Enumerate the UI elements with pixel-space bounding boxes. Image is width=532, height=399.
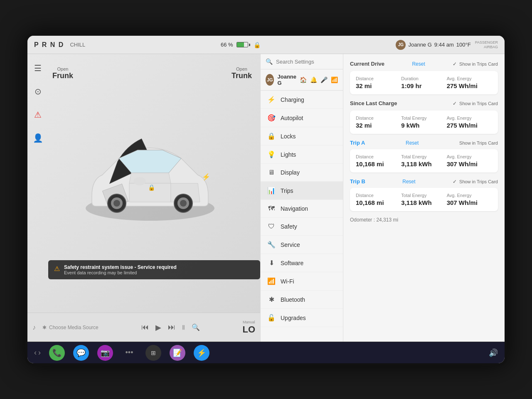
lock-icon: 🔒 (254, 42, 261, 48)
show-trips-a[interactable]: Show in Trips Card (459, 140, 498, 145)
frunk-label[interactable]: Open Frunk (52, 66, 73, 80)
current-drive-card: Distance 32 mi Duration 1:09 hr Avg. Ene… (350, 71, 498, 94)
settings-item-bluetooth[interactable]: ✱ Bluetooth (261, 291, 343, 309)
volume-icon[interactable]: 🔊 (489, 348, 498, 357)
display-icon: 🖥 (267, 169, 276, 176)
settings-item-safety[interactable]: 🛡 Safety (261, 218, 343, 236)
search-input[interactable] (276, 59, 338, 65)
prev-track-button[interactable]: ⏮ (141, 323, 149, 332)
current-drive-reset[interactable]: Reset (412, 61, 425, 67)
current-duration-cell: Duration 1:09 hr (401, 76, 446, 89)
notes-button[interactable]: 📝 (170, 345, 185, 361)
nav-left-arrow[interactable]: ‹ (34, 348, 37, 357)
settings-panel: 🔍 JG Joanne G 🏠 🔔 🎤 📶 (260, 54, 343, 342)
show-trips-b[interactable]: ✓ Show in Trips Card (453, 179, 498, 185)
mic-icon[interactable]: 🎤 (320, 76, 328, 83)
bluetooth-taskbar-button[interactable]: ⚡ (194, 345, 209, 361)
locks-icon: 🔒 (267, 132, 276, 140)
settings-item-upgrades[interactable]: 🔓 Upgrades (261, 309, 343, 327)
settings-item-wifi[interactable]: 📶 Wi-Fi (261, 272, 343, 291)
status-center: 66 % 🔒 (89, 42, 392, 48)
settings-header-icons: 🏠 🔔 🎤 📶 (300, 76, 338, 83)
sidebar-icon-person[interactable]: 👤 (30, 131, 45, 145)
alert-subtitle: Event data recording may be limited (64, 270, 177, 275)
current-drive-title: Current Drive (350, 61, 384, 67)
temperature-display: 100°F (456, 42, 471, 48)
messages-button[interactable]: 💬 (73, 345, 89, 361)
battery-percent: 66 % (221, 42, 233, 48)
trips-icon: 📊 (267, 187, 276, 195)
battery-icon (236, 42, 250, 47)
status-bar: P R N D CHILL 66 % 🔒 JG Joanne G 9:44 am… (27, 36, 505, 54)
trunk-label[interactable]: Open Trunk (232, 66, 252, 80)
username-display: Joanne G (408, 42, 431, 48)
bell-icon[interactable]: 🔔 (310, 76, 317, 83)
show-trips-current[interactable]: ✓ Show in Trips Card (453, 61, 498, 67)
trip-b-avg-energy-cell: Avg. Energy 307 Wh/mi (447, 193, 492, 206)
upgrades-icon: 🔓 (267, 314, 276, 322)
autopilot-icon: 🎯 (267, 114, 276, 122)
sidebar-icon-alert[interactable]: ⚠ (30, 107, 45, 122)
trip-b-reset[interactable]: Reset (402, 179, 415, 185)
nav-arrows: ‹ › (34, 348, 41, 357)
since-last-row: Distance 32 mi Total Energy 9 kWh Avg. E… (356, 116, 492, 129)
home-icon[interactable]: 🏠 (300, 76, 307, 83)
settings-username: Joanne G (277, 74, 296, 86)
time-display: 9:44 am (434, 42, 454, 48)
settings-item-software[interactable]: ⬇ Software (261, 254, 343, 272)
trip-b-header: Trip B Reset ✓ Show in Trips Card (350, 178, 498, 185)
camera-button[interactable]: 📷 (97, 345, 113, 361)
current-avg-energy-cell: Avg. Energy 275 Wh/mi (447, 76, 492, 89)
equalizer-icon[interactable]: ⫴ (182, 324, 185, 331)
search-media-icon[interactable]: 🔍 (192, 323, 200, 331)
more-button[interactable]: ••• (121, 345, 137, 361)
settings-item-autopilot[interactable]: 🎯 Autopilot (261, 109, 343, 127)
lo-display: Manual LO (242, 320, 255, 335)
settings-item-lights[interactable]: 💡 Lights (261, 145, 343, 164)
trip-a-row: Distance 10,168 mi Total Energy 3,118 kW… (356, 154, 492, 167)
svg-point-3 (113, 200, 120, 207)
chill-mode: CHILL (70, 42, 85, 48)
next-track-button[interactable]: ⏭ (168, 323, 175, 332)
trip-b-distance-cell: Distance 10,168 mi (356, 193, 401, 206)
bluetooth-source[interactable]: ✱ Choose Media Source (42, 325, 99, 330)
phone-button[interactable]: 📞 (49, 345, 65, 361)
passenger-airbag: PASSENGER AIRBAG (475, 40, 498, 49)
settings-item-display[interactable]: 🖥 Display (261, 164, 343, 182)
navigation-icon: 🗺 (267, 205, 276, 212)
trip-b-row: Distance 10,168 mi Total Energy 3,118 kW… (356, 193, 492, 206)
settings-item-navigation[interactable]: 🗺 Navigation (261, 200, 343, 218)
nav-right-arrow[interactable]: › (38, 348, 41, 357)
main-content: ☰ ⊙ ⚠ 👤 Open Frunk Open (27, 54, 505, 342)
settings-item-charging[interactable]: ⚡ Charging (261, 91, 343, 109)
user-avatar: JG (396, 40, 406, 50)
bluetooth-icon: ✱ (267, 296, 276, 303)
sidebar-icon-tire[interactable]: ⊙ (30, 84, 45, 99)
software-icon: ⬇ (267, 259, 276, 267)
trip-b-total-energy-cell: Total Energy 3,118 kWh (401, 193, 446, 206)
car-area: Open Frunk Open Trunk (27, 54, 260, 313)
settings-item-trips[interactable]: 📊 Trips (261, 182, 343, 200)
trips-panel: Current Drive Reset ✓ Show in Trips Card… (343, 54, 505, 342)
prnd-display: P R N D (34, 41, 64, 49)
safety-icon: 🛡 (267, 223, 276, 230)
charging-icon: ⚡ (267, 96, 276, 103)
checkmark-since: ✓ (453, 101, 457, 106)
show-trips-since[interactable]: ✓ Show in Trips Card (453, 101, 498, 106)
left-sidebar: ☰ ⊙ ⚠ 👤 (27, 54, 48, 342)
trip-a-reset[interactable]: Reset (406, 140, 419, 146)
settings-search-bar[interactable]: 🔍 (261, 54, 343, 69)
svg-point-7 (133, 177, 146, 185)
apps-button[interactable]: ⊞ (145, 345, 161, 361)
left-panel: ☰ ⊙ ⚠ 👤 Open Frunk Open (27, 54, 260, 342)
media-bar: ♪ ✱ Choose Media Source ⏮ ▶ ⏭ ⫴ 🔍 Manual (27, 313, 260, 342)
trip-b-section: Trip B Reset ✓ Show in Trips Card Distan… (350, 178, 498, 211)
play-button[interactable]: ▶ (155, 323, 161, 332)
svg-text:🔒: 🔒 (148, 184, 155, 191)
since-last-charge-title: Since Last Charge (350, 100, 397, 106)
current-drive-header: Current Drive Reset ✓ Show in Trips Card (350, 61, 498, 67)
settings-item-locks[interactable]: 🔒 Locks (261, 127, 343, 145)
settings-item-service[interactable]: 🔧 Service (261, 236, 343, 254)
car-labels: Open Frunk Open Trunk (52, 66, 252, 80)
sidebar-icon-menu[interactable]: ☰ (30, 61, 45, 76)
